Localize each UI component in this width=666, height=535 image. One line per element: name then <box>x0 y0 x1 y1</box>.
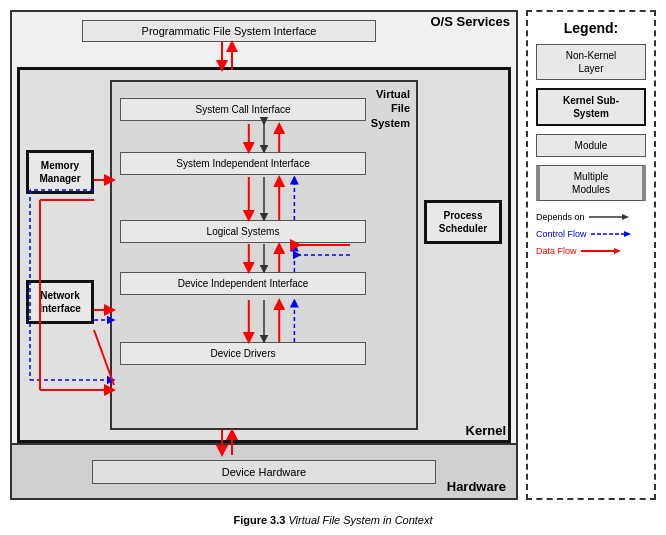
data-flow-arrow <box>581 245 621 257</box>
kernel-area: VirtualFileSystem System Call Interface … <box>17 67 511 443</box>
kernel-label: Kernel <box>466 423 506 438</box>
depends-on-arrow <box>589 211 629 223</box>
prog-fs-box: Programmatic File System Interface <box>82 20 376 42</box>
process-scheduler-box: Process Scheduler <box>424 200 502 244</box>
control-flow-arrow <box>591 228 631 240</box>
legend-multiple: MultipleModules <box>536 165 646 201</box>
device-hardware-box: Device Hardware <box>92 460 436 484</box>
caption: Figure 3.3 Virtual File System in Contex… <box>0 510 666 530</box>
svg-marker-32 <box>622 214 629 220</box>
vfs-area: VirtualFileSystem System Call Interface … <box>110 80 418 430</box>
svg-marker-34 <box>624 231 631 237</box>
svg-marker-36 <box>614 248 621 254</box>
diagram-area: O/S Services Programmatic File System In… <box>10 10 518 500</box>
legend-panel: Legend: Non-KernelLayer Kernel Sub-Syste… <box>526 10 656 500</box>
legend-non-kernel-box: Non-KernelLayer <box>536 44 646 80</box>
network-interface-box: Network Interface <box>26 280 94 324</box>
legend-module-box: Module <box>536 134 646 157</box>
legend-depends-on: Depends on <box>536 211 646 223</box>
logical-systems-box: Logical Systems <box>120 220 366 243</box>
legend-title: Legend: <box>536 20 646 36</box>
vfs-label: VirtualFileSystem <box>371 87 410 130</box>
figure-number: Figure 3.3 <box>233 514 285 526</box>
legend-control-flow: Control Flow <box>536 228 646 240</box>
figure-caption: Virtual File System in Context <box>288 514 432 526</box>
device-drivers-box: Device Drivers <box>120 342 366 365</box>
legend-module: Module <box>536 134 646 157</box>
hardware-label: Hardware <box>447 479 506 494</box>
legend-kernel-sub: Kernel Sub-System <box>536 88 646 126</box>
vfs-arrows <box>112 82 416 428</box>
main-container: O/S Services Programmatic File System In… <box>0 0 666 510</box>
legend-data-flow: Data Flow <box>536 245 646 257</box>
system-call-interface-box: System Call Interface <box>120 98 366 121</box>
system-independent-box: System Independent Interface <box>120 152 366 175</box>
device-independent-box: Device Independent Interface <box>120 272 366 295</box>
legend-kernel-box: Kernel Sub-System <box>536 88 646 126</box>
legend-multiple-box: MultipleModules <box>536 165 646 201</box>
legend-non-kernel: Non-KernelLayer <box>536 44 646 80</box>
hardware-area: Device Hardware Hardware <box>12 443 516 498</box>
memory-manager-box: Memory Manager <box>26 150 94 194</box>
os-services-label: O/S Services <box>431 14 511 29</box>
